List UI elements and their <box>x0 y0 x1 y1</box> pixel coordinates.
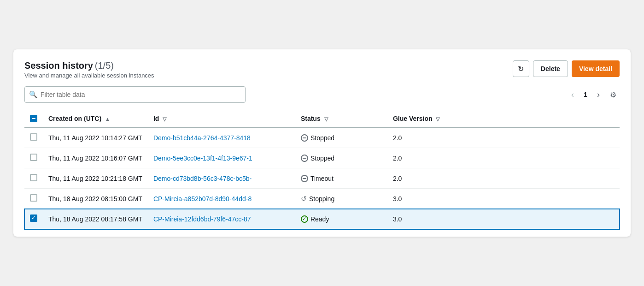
sort-none-icon-glue: ▽ <box>436 116 439 122</box>
cell-id[interactable]: Demo-5ee3cc0e-13f1-4f13-9e67-1 <box>148 148 295 168</box>
header-row: Session history (1/5) View and manage al… <box>24 60 620 79</box>
cell-created: Thu, 18 Aug 2022 08:17:58 GMT <box>43 209 148 229</box>
stopped-icon <box>301 155 308 162</box>
pagination-controls: ‹ 1 › ⚙ <box>566 88 620 101</box>
stopped-icon <box>301 175 308 182</box>
status-text: Stopping <box>309 195 334 203</box>
view-detail-button[interactable]: View detail <box>572 60 620 77</box>
session-id-link[interactable]: Demo-5ee3cc0e-13f1-4f13-9e67-1 <box>153 155 252 162</box>
current-page: 1 <box>581 91 590 98</box>
select-all-checkbox[interactable] <box>30 115 37 122</box>
table-row: Thu, 18 Aug 2022 08:15:00 GMTCP-Mireia-a… <box>24 189 620 209</box>
row-checkbox[interactable] <box>30 194 37 202</box>
cell-glue-version: 3.0 <box>387 189 620 209</box>
search-input[interactable] <box>24 86 246 103</box>
sort-asc-icon: ▲ <box>105 116 110 122</box>
search-row: 🔍 ‹ 1 › ⚙ <box>24 86 620 103</box>
row-checkbox[interactable] <box>30 154 37 161</box>
cell-id[interactable]: CP-Mireia-a852b07d-8d90-44dd-8 <box>148 189 295 209</box>
session-id-link[interactable]: CP-Mireia-12fdd6bd-79f6-47cc-87 <box>153 215 251 223</box>
cell-glue-version: 2.0 <box>387 127 620 148</box>
cell-id[interactable]: CP-Mireia-12fdd6bd-79f6-47cc-87 <box>148 209 295 229</box>
session-id-link[interactable]: CP-Mireia-a852b07d-8d90-44dd-8 <box>153 195 252 203</box>
header-actions: ↻ Delete View detail <box>513 60 620 77</box>
table-row: Thu, 11 Aug 2022 10:16:07 GMTDemo-5ee3cc… <box>24 148 620 168</box>
next-page-button[interactable]: › <box>592 88 605 101</box>
cell-status: ✓Ready <box>295 209 387 229</box>
col-header-status[interactable]: Status ▽ <box>295 110 387 127</box>
stopped-icon <box>301 134 308 142</box>
session-history-card: Session history (1/5) View and manage al… <box>13 49 631 237</box>
table-row: Thu, 11 Aug 2022 10:21:18 GMTDemo-cd73bd… <box>24 168 620 189</box>
refresh-button[interactable]: ↻ <box>513 60 529 77</box>
sort-none-icon-status: ▽ <box>324 116 328 122</box>
page-subtitle: View and manage all available session in… <box>24 72 154 79</box>
sort-none-icon-id: ▽ <box>163 116 166 122</box>
cell-created: Thu, 18 Aug 2022 08:15:00 GMT <box>43 189 148 209</box>
page-title: Session history (1/5) <box>24 60 154 71</box>
row-checkbox[interactable] <box>30 133 37 141</box>
cell-status: Stopped <box>295 148 387 168</box>
cell-glue-version: 2.0 <box>387 168 620 189</box>
title-block: Session history (1/5) View and manage al… <box>24 60 154 79</box>
row-checkbox[interactable] <box>30 214 37 222</box>
cell-glue-version: 3.0 <box>387 209 620 229</box>
session-id-link[interactable]: Demo-cd73bd8b-56c3-478c-bc5b- <box>153 175 252 182</box>
status-text: Timeout <box>310 175 334 182</box>
status-text: Stopped <box>310 134 334 142</box>
page-title-count: (1/5) <box>95 60 114 71</box>
col-header-glue[interactable]: Glue Version ▽ <box>387 110 620 127</box>
delete-button[interactable]: Delete <box>533 60 568 77</box>
row-checkbox[interactable] <box>30 174 37 181</box>
cell-status: ↺Stopping <box>295 189 387 209</box>
col-header-created[interactable]: Created on (UTC) ▲ <box>43 110 148 127</box>
col-header-id[interactable]: Id ▽ <box>148 110 295 127</box>
session-table: Created on (UTC) ▲ Id ▽ Status ▽ Glue Ve… <box>24 110 620 229</box>
cell-status: Timeout <box>295 168 387 189</box>
cell-glue-version: 2.0 <box>387 148 620 168</box>
select-all-header[interactable] <box>24 110 43 127</box>
table-row: Thu, 18 Aug 2022 08:17:58 GMTCP-Mireia-1… <box>24 209 620 229</box>
page-title-text: Session history <box>24 60 93 71</box>
search-wrapper: 🔍 <box>24 86 246 103</box>
stopping-icon: ↺ <box>301 195 307 203</box>
cell-id[interactable]: Demo-cd73bd8b-56c3-478c-bc5b- <box>148 168 295 189</box>
cell-created: Thu, 11 Aug 2022 10:14:27 GMT <box>43 127 148 148</box>
table-row: Thu, 11 Aug 2022 10:14:27 GMTDemo-b51cb4… <box>24 127 620 148</box>
status-text: Ready <box>310 215 329 223</box>
cell-status: Stopped <box>295 127 387 148</box>
cell-created: Thu, 11 Aug 2022 10:16:07 GMT <box>43 148 148 168</box>
prev-page-button[interactable]: ‹ <box>566 88 579 101</box>
table-container: Created on (UTC) ▲ Id ▽ Status ▽ Glue Ve… <box>24 110 620 229</box>
refresh-icon: ↻ <box>518 65 524 73</box>
table-header-row: Created on (UTC) ▲ Id ▽ Status ▽ Glue Ve… <box>24 110 620 127</box>
cell-created: Thu, 11 Aug 2022 10:21:18 GMT <box>43 168 148 189</box>
cell-id[interactable]: Demo-b51cb44a-2764-4377-8418 <box>148 127 295 148</box>
settings-button[interactable]: ⚙ <box>607 88 620 101</box>
status-text: Stopped <box>310 155 334 162</box>
ready-icon: ✓ <box>301 215 308 223</box>
session-id-link[interactable]: Demo-b51cb44a-2764-4377-8418 <box>153 134 251 142</box>
